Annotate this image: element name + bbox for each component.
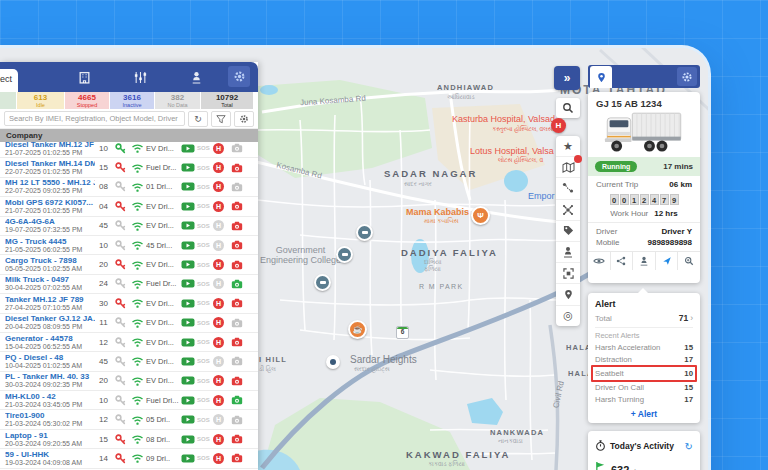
vehicle-row[interactable]: Mobi GPS 6972 KI057... 21-07-2025 01:02:… <box>0 197 258 216</box>
vehicle-name[interactable]: MH 12 LT 5550 - MH.12 JF 7... <box>5 178 95 187</box>
video-icon[interactable] <box>179 338 197 347</box>
location-pin-icon[interactable] <box>556 284 580 305</box>
status-segment[interactable]: 4665 Stopped <box>65 92 110 109</box>
sidebar-settings-gear-icon[interactable] <box>228 66 250 87</box>
vehicle-row[interactable]: Diesel Tanker MH.14 DM... 22-07-2025 01:… <box>0 158 258 177</box>
vehicle-name[interactable]: 59 - UI-HHK <box>5 450 95 459</box>
tab-object[interactable]: Object <box>0 69 18 92</box>
camera-icon[interactable] <box>229 395 245 405</box>
camera-icon[interactable] <box>229 260 245 270</box>
vehicle-name[interactable]: PQ - Diesel - 48 <box>5 353 95 362</box>
vehicle-name[interactable]: 4G-6A-4G-6A <box>5 217 95 226</box>
hotel-marker[interactable] <box>314 274 331 291</box>
filter-sliders-icon[interactable] <box>134 70 148 84</box>
filter-funnel-icon[interactable] <box>211 111 231 127</box>
status-segment[interactable]: 10792 Total <box>201 92 254 109</box>
settings-gear-icon[interactable] <box>234 111 254 127</box>
zoom-to-vehicle-icon[interactable] <box>678 252 700 270</box>
eye-icon[interactable] <box>588 252 611 270</box>
camera-icon[interactable] <box>229 221 245 231</box>
driver-icon[interactable] <box>190 70 204 84</box>
pin-tab-icon[interactable] <box>590 66 612 88</box>
camera-icon[interactable] <box>229 201 245 211</box>
video-icon[interactable] <box>179 396 197 405</box>
vehicle-name[interactable]: Generator - 44578 <box>5 334 95 343</box>
recenter-target-icon[interactable]: ◎ <box>556 306 580 326</box>
sos-label[interactable]: SOS <box>197 436 213 442</box>
vehicle-name[interactable]: Milk Truck - 0497 <box>5 275 95 284</box>
alert-total-row[interactable]: Total 71› <box>595 313 693 323</box>
vehicle-row[interactable]: 4G-6A-4G-6A 19-07-2025 07:32:55 PM 45 EV… <box>0 217 258 236</box>
camera-icon[interactable] <box>229 240 245 250</box>
sos-label[interactable]: SOS <box>197 242 213 248</box>
restaurant-marker[interactable]: Ψ <box>471 206 490 225</box>
sos-label[interactable]: SOS <box>197 184 213 190</box>
vehicle-row[interactable]: PQ - Diesel - 48 10-04-2025 01:02:55 AM … <box>0 352 258 371</box>
vehicle-row[interactable]: Milk Truck - 0497 30-04-2025 07:02:55 AM… <box>0 275 258 294</box>
vehicle-row[interactable]: MH 12 LT 5550 - MH.12 JF 7... 22-07-2025… <box>0 178 258 197</box>
favorites-star-icon[interactable]: ★ <box>556 136 580 157</box>
activity-refresh-icon[interactable]: ↻ <box>685 441 693 452</box>
status-segment[interactable]: 382 No Data <box>155 92 201 109</box>
vehicle-row[interactable]: Cargo Truck - 7898 05-05-2025 01:02:55 A… <box>0 255 258 274</box>
video-icon[interactable] <box>179 202 197 211</box>
vehicle-row[interactable]: PL - Tanker MH. 40. 33 30-03-2024 09:02:… <box>0 372 258 391</box>
harsh-event-badge[interactable]: H <box>213 278 224 289</box>
harsh-event-badge[interactable]: H <box>213 220 224 231</box>
sos-label[interactable]: SOS <box>197 358 213 364</box>
sos-label[interactable]: SOS <box>197 262 213 268</box>
alert-row[interactable]: Distraction 17 <box>595 354 693 366</box>
vehicle-name[interactable]: Diesel Tanker MH.12 JF 7... <box>5 140 95 149</box>
map-canvas[interactable]: Juna Kosamba Rd ANDHIAWAD આંધિયાવાડ Kast… <box>0 48 708 470</box>
video-icon[interactable] <box>179 241 197 250</box>
sos-label[interactable]: SOS <box>197 417 213 423</box>
cafe-marker[interactable]: ☕ <box>348 320 367 339</box>
add-alert-button[interactable]: + Alert <box>595 409 693 419</box>
harsh-event-badge[interactable]: H <box>213 240 224 251</box>
company-icon[interactable] <box>78 70 92 84</box>
route-icon[interactable] <box>556 178 580 199</box>
camera-icon[interactable] <box>229 182 245 192</box>
vehicle-name[interactable]: MH-KL00 - 42 <box>5 392 95 401</box>
camera-icon[interactable] <box>229 434 245 444</box>
harsh-event-badge[interactable]: H <box>213 375 224 386</box>
vehicle-row[interactable]: Generator - 44578 15-04-2025 06:52:55 AM… <box>0 333 258 352</box>
hotel-marker[interactable] <box>356 224 373 241</box>
harsh-event-badge[interactable]: H <box>213 453 224 464</box>
vehicle-row[interactable]: Tanker MH.12 JF 789 27-04-2025 07:10:55 … <box>0 294 258 313</box>
refresh-icon[interactable]: ↻ <box>188 111 208 127</box>
vehicle-name[interactable]: Cargo Truck - 7898 <box>5 256 95 265</box>
video-icon[interactable] <box>179 163 197 172</box>
harsh-event-badge[interactable]: H <box>213 356 224 367</box>
video-icon[interactable] <box>179 318 197 327</box>
video-icon[interactable] <box>179 435 197 444</box>
harsh-event-badge[interactable]: H <box>213 181 224 192</box>
camera-icon[interactable] <box>229 376 245 386</box>
sos-label[interactable]: SOS <box>197 145 213 151</box>
camera-icon[interactable] <box>229 163 245 173</box>
vehicle-name[interactable]: Tire01-900 <box>5 411 95 420</box>
sos-label[interactable]: SOS <box>197 320 213 326</box>
map-search-button[interactable] <box>556 98 580 118</box>
vehicle-name[interactable]: Diesel Tanker GJ.12 JA.. <box>5 314 95 323</box>
harsh-event-badge[interactable]: H <box>213 298 224 309</box>
video-icon[interactable] <box>179 144 197 153</box>
sardar-heights-marker[interactable] <box>326 355 340 369</box>
harsh-event-badge[interactable]: H <box>213 337 224 348</box>
harsh-event-badge[interactable]: H <box>213 317 224 328</box>
harsh-alert-badge[interactable]: H <box>551 118 566 133</box>
navigate-icon[interactable] <box>656 252 679 270</box>
driver-marker-icon[interactable] <box>556 242 580 263</box>
vehicle-row[interactable]: 59 - UI-HHK 19-03-2024 04:09:08 AM 14 09… <box>0 449 258 468</box>
harsh-event-badge[interactable]: H <box>213 259 224 270</box>
vehicle-row[interactable]: Diesel Tanker GJ.12 JA.. 20-04-2025 08:0… <box>0 314 258 333</box>
sos-label[interactable]: SOS <box>197 281 213 287</box>
video-icon[interactable] <box>179 299 197 308</box>
fullscreen-icon[interactable] <box>556 263 580 284</box>
sos-label[interactable]: SOS <box>197 300 213 306</box>
harsh-event-badge[interactable]: H <box>213 162 224 173</box>
drone-icon[interactable] <box>556 200 580 221</box>
sos-label[interactable]: SOS <box>197 455 213 461</box>
driver-assign-icon[interactable] <box>633 252 656 270</box>
hotel-marker[interactable] <box>336 246 353 263</box>
